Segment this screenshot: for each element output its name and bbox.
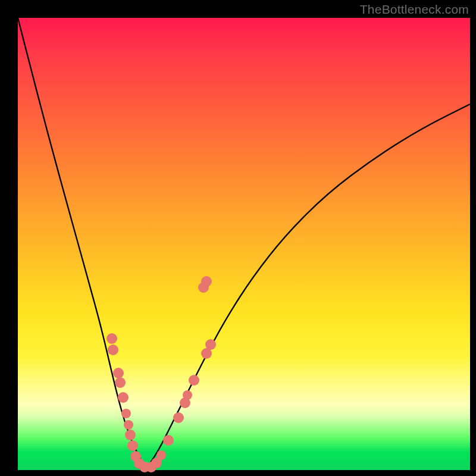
data-point: [156, 450, 166, 460]
data-point: [121, 409, 131, 418]
data-point: [205, 339, 216, 350]
data-point: [113, 368, 124, 378]
data-point: [124, 420, 133, 430]
curve-svg: [18, 18, 470, 470]
data-point: [189, 375, 199, 386]
data-point: [118, 392, 129, 403]
data-point: [183, 390, 192, 400]
curve-right-path: [146, 104, 470, 468]
chart-frame: TheBottleneck.com: [0, 0, 476, 476]
plot-area: [18, 18, 470, 470]
watermark-label: TheBottleneck.com: [360, 2, 469, 17]
data-point: [201, 276, 212, 287]
data-point: [173, 412, 184, 423]
data-point: [115, 377, 126, 388]
scatter-group: [107, 276, 216, 472]
data-point: [125, 430, 136, 440]
data-point: [108, 345, 118, 355]
data-point: [107, 333, 117, 344]
data-point: [163, 435, 174, 446]
data-point: [127, 440, 138, 451]
